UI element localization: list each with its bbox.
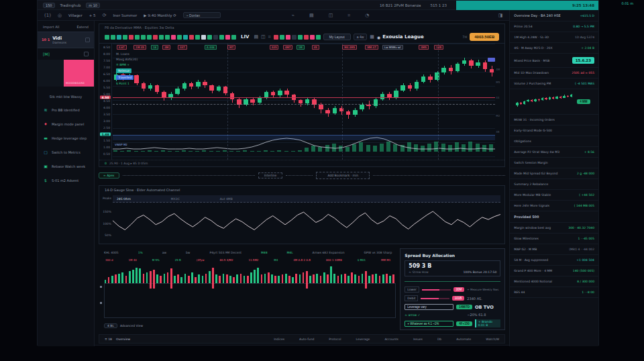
indicator-swatch[interactable] xyxy=(159,35,164,40)
stat-row[interactable]: Glow Milestones1 · -45 005 xyxy=(510,234,598,244)
account-icon[interactable]: ◎ xyxy=(58,13,62,18)
widget-dropdown[interactable]: Villager xyxy=(68,13,83,17)
toolbar-icon[interactable]: ⌁ xyxy=(292,13,294,18)
indicator-swatch[interactable] xyxy=(189,35,194,40)
indicator-swatch[interactable] xyxy=(280,35,284,40)
toolbar-icon[interactable]: ▤ xyxy=(309,13,314,18)
toolbar-icon[interactable]: ⌗ xyxy=(347,13,350,18)
apply-button[interactable]: 14M/7D xyxy=(456,305,472,309)
app-logo[interactable]: 150 xyxy=(43,3,55,8)
replay-control[interactable]: ▶ 9:40 Monthly ⟳ xyxy=(144,13,176,17)
indicator-swatch[interactable] xyxy=(177,35,182,40)
indicator-swatch[interactable] xyxy=(213,35,218,40)
stat-row[interactable]: Mentioned 4000 Notional8 / 300 000 xyxy=(510,276,598,287)
stat-row[interactable]: Obligations xyxy=(510,136,598,147)
indicator-swatch[interactable] xyxy=(225,35,230,40)
debit-button[interactable]: 101B xyxy=(452,296,465,301)
sidebar-menu-item[interactable]: ▬Hedge leverage step xyxy=(38,131,94,145)
bottom-tab-autofund[interactable]: Auto-fund xyxy=(299,338,314,341)
check-label[interactable]: ≈ arrow ✓ xyxy=(405,313,420,317)
sidebar-menu-item[interactable]: ▢Switch to Metrics xyxy=(38,145,94,159)
stat-row[interactable]: Early-Strand Mode G-500 xyxy=(510,125,598,136)
interval-box[interactable]: Interline xyxy=(258,172,283,178)
indicator-swatch[interactable] xyxy=(316,35,321,40)
sidebar-tab-extend[interactable]: Extend xyxy=(77,25,89,29)
leverage-input[interactable] xyxy=(405,304,453,310)
indicator-swatch[interactable] xyxy=(141,35,146,40)
indicator-swatch[interactable] xyxy=(147,35,152,40)
stat-row[interactable]: Here 24hr More Signals( 144 MB 005 xyxy=(510,201,598,211)
sidebar-menu-item[interactable]: ♦Margin mode panel xyxy=(38,117,94,131)
mini-button[interactable]: a 4w xyxy=(354,34,368,40)
lower-slider[interactable] xyxy=(422,289,451,291)
bottom-tab-db[interactable]: Db xyxy=(437,338,441,341)
sidebar-active-item[interactable]: 10 1 Vidi Damsons xyxy=(38,32,94,48)
indicator-swatch[interactable] xyxy=(183,35,188,40)
indicator-swatch[interactable] xyxy=(117,35,121,40)
indicator-swatch[interactable] xyxy=(129,35,133,40)
indicator-swatch[interactable] xyxy=(105,35,109,40)
oscillator-tab[interactable]: Aut 4MB xyxy=(220,197,233,201)
refresh-icon[interactable]: ⟳ xyxy=(103,13,107,18)
stat-row[interactable]: RES 441 · -8 00 xyxy=(510,287,598,298)
indicator-swatch[interactable] xyxy=(111,35,115,40)
indicator-swatch[interactable] xyxy=(135,35,140,40)
delta-footer-label[interactable]: Advanced View xyxy=(120,324,143,327)
stat-row[interactable]: Mixed Price Basis · MSB15.6.23 xyxy=(510,54,598,68)
stat-row[interactable]: Made Mid Spread G2 Beyond2 g -48 000 xyxy=(510,168,598,179)
bottom-tab-protocol[interactable]: Protocol xyxy=(329,338,341,341)
sidebar-menu-item[interactable]: ▣Rebase Watch week xyxy=(38,159,94,173)
order-input[interactable] xyxy=(405,321,453,327)
indicator-swatch[interactable] xyxy=(304,35,309,40)
debit-slider[interactable] xyxy=(421,298,449,299)
indicator-swatch[interactable] xyxy=(298,35,303,40)
indicator-swatch[interactable] xyxy=(219,35,224,40)
stat-row[interactable]: 4G · M Away M25-D · 20X+ 2.04 B xyxy=(510,43,598,54)
indicator-swatch[interactable] xyxy=(153,35,158,40)
bottom-tab-accounts[interactable]: Accounts xyxy=(384,338,398,341)
delta-pill[interactable]: 4 BL xyxy=(104,323,117,328)
indicator-swatch[interactable] xyxy=(292,35,297,40)
sidebar-tab-import[interactable]: Import All xyxy=(43,25,59,29)
stat-row[interactable]: Margin window best avg300 · 40.32 7040 xyxy=(510,223,598,234)
chart-tool-icon[interactable]: ▤ xyxy=(254,34,258,40)
indicator-swatch[interactable] xyxy=(286,35,290,40)
bottom-tab-indices[interactable]: Indices xyxy=(274,338,284,341)
stat-row[interactable]: Overview Day · BA 240 HSE+615.5 D xyxy=(510,10,598,21)
search-input[interactable] xyxy=(183,12,221,18)
stat-row[interactable]: Average P2 Strat Wavy 4w M3+ 8.56 xyxy=(510,147,598,158)
grid-icon[interactable]: ▦ xyxy=(370,34,374,40)
sidebar-media-block[interactable]: MOODBOARD xyxy=(38,60,94,87)
chart-tool-icon[interactable]: ◫ xyxy=(261,34,266,40)
stat-row[interactable]: 58 M · Avg suppressed+1 004 504 xyxy=(510,255,598,266)
indicator-swatch[interactable] xyxy=(201,35,206,40)
candlestick-plot[interactable]: 8.508.007.507.006.506.005.505.004.504.00… xyxy=(99,43,504,160)
delta-bars-plot[interactable] xyxy=(104,263,396,321)
indicator-swatch[interactable] xyxy=(310,35,315,40)
stat-row[interactable]: Volume 2 Purchasing PM( -4 501 MAS xyxy=(510,79,598,89)
bottom-tab-automate[interactable]: Automate xyxy=(456,338,471,341)
indicator-swatch[interactable] xyxy=(274,35,278,40)
bookmark-box[interactable]: Add Bookmark · min xyxy=(316,172,370,179)
stat-row[interactable]: Summary 2 Rebalance xyxy=(510,179,598,190)
toolbar-icon[interactable]: ◔ xyxy=(365,13,369,18)
stat-row[interactable]: Prime 20.540.80 → 5.5 PM xyxy=(510,21,598,32)
bottom-tab-issues[interactable]: Issues xyxy=(413,338,423,341)
stat-row[interactable]: Mid 1D Max Drawdown2505 ad = 055 xyxy=(510,68,598,79)
chart-tool-icon[interactable]: ⌗ xyxy=(268,34,271,40)
bottom-tab-watchw[interactable]: Watch/W xyxy=(486,338,499,341)
checkbox[interactable] xyxy=(84,52,89,56)
bottom-tab-overview[interactable]: Overview xyxy=(116,338,130,341)
stat-row[interactable]: MOW 31 · Incoming Orders xyxy=(510,115,598,125)
indicator-swatch[interactable] xyxy=(123,35,127,40)
indicator-swatch[interactable] xyxy=(231,35,236,40)
cta-button[interactable]: 4003.50EB xyxy=(470,33,499,41)
indicator-swatch[interactable] xyxy=(171,35,176,40)
panel-toggle-icon[interactable]: ◨ xyxy=(498,13,503,18)
toolbar-icon[interactable]: ◫ xyxy=(329,13,333,18)
stat-row[interactable]: More Modular MB Stable( +44 502 xyxy=(510,190,598,201)
timeline-track[interactable] xyxy=(123,175,255,176)
add-widget-button[interactable]: + 5 xyxy=(89,13,96,17)
stat-row[interactable]: 1M High 4.28W · SL-3D1D Avg 5374 xyxy=(510,32,598,43)
timeline-track[interactable] xyxy=(286,175,313,176)
